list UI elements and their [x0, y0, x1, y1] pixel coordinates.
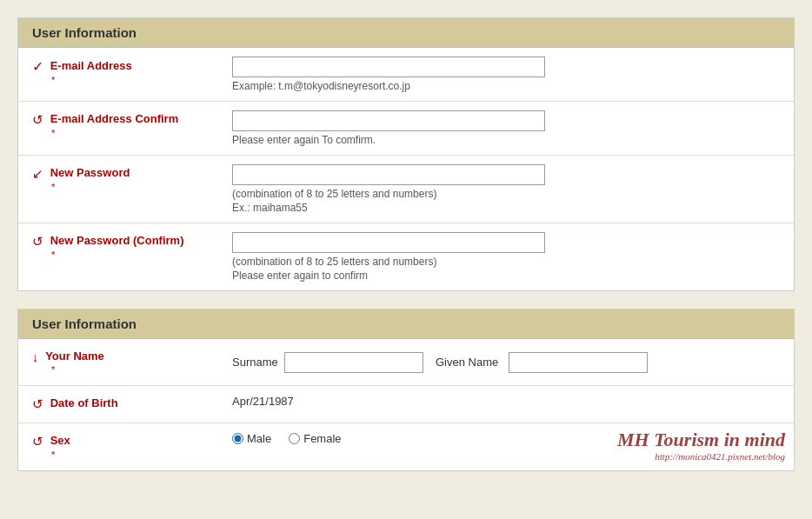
new-password-input-cell: (combination of 8 to 25 letters and numb…	[218, 156, 794, 223]
email-confirm-row: ↺ E-mail Address Confirm * Please enter …	[18, 102, 794, 156]
your-name-row: ↓ Your Name * Surname Given Name	[18, 339, 794, 386]
email-input[interactable]	[232, 57, 545, 77]
form-table-2: ↓ Your Name * Surname Given Name ↺ Date …	[18, 339, 794, 470]
user-info-section-2: User Information ↓ Your Name * Surname G…	[17, 309, 795, 471]
section-header-1: User Information	[18, 18, 794, 48]
new-password-confirm-input-cell: (combination of 8 to 25 letters and numb…	[218, 223, 794, 291]
user-info-section-1: User Information ✓ E-mail Address * Exam…	[17, 17, 795, 291]
sex-radio-group: Male Female	[232, 432, 780, 445]
new-password-label-cell: ↙ New Password *	[18, 156, 218, 223]
surname-label: Surname	[232, 356, 278, 369]
new-password-confirm-input[interactable]	[232, 232, 545, 253]
sex-male-radio[interactable]	[232, 433, 243, 444]
new-password-input[interactable]	[232, 164, 545, 185]
your-name-input-cell: Surname Given Name	[218, 339, 794, 386]
sex-icon: ↺	[32, 434, 43, 449]
given-name-label: Given Name	[436, 356, 498, 369]
email-row: ✓ E-mail Address * Example: t.m@tokyodis…	[18, 48, 794, 102]
new-password-row: ↙ New Password * (combination of 8 to 25…	[18, 156, 794, 223]
new-password-required: *	[51, 182, 204, 192]
dob-value-cell: Apr/21/1987	[218, 386, 794, 423]
dob-label: Date of Birth	[50, 397, 118, 410]
sex-female-option[interactable]: Female	[289, 432, 341, 445]
email-confirm-hint: Please enter again To comfirm.	[232, 134, 780, 146]
sex-label-cell: ↺ Sex *	[18, 423, 218, 471]
your-name-required: *	[51, 364, 204, 375]
sex-label: Sex	[50, 435, 70, 448]
email-input-cell: Example: t.m@tokyodisneyresort.co.jp	[218, 48, 794, 102]
form-table-1: ✓ E-mail Address * Example: t.m@tokyodis…	[18, 48, 794, 290]
new-password-confirm-icon: ↺	[32, 234, 43, 250]
email-confirm-required: *	[51, 128, 204, 138]
dob-row: ↺ Date of Birth Apr/21/1987	[18, 386, 794, 423]
email-required: *	[51, 75, 204, 85]
your-name-icon: ↓	[32, 349, 39, 364]
new-password-confirm-hint-1: (combination of 8 to 25 letters and numb…	[232, 256, 780, 268]
email-confirm-input[interactable]	[232, 110, 545, 131]
new-password-confirm-hint-2: Please enter again to confirm	[232, 269, 780, 282]
section-header-2: User Information	[18, 309, 794, 339]
your-name-label: Your Name	[45, 349, 104, 363]
sex-required: *	[51, 449, 204, 460]
email-hint: Example: t.m@tokyodisneyresort.co.jp	[232, 80, 780, 92]
sex-row: ↺ Sex * Male Female	[18, 423, 794, 471]
sex-male-label: Male	[247, 432, 271, 445]
your-name-label-cell: ↓ Your Name *	[18, 339, 218, 386]
new-password-hint-2: Ex.: maihama55	[232, 202, 780, 214]
sex-male-option[interactable]: Male	[232, 432, 271, 445]
email-label: E-mail Address	[50, 59, 132, 72]
email-confirm-input-cell: Please enter again To comfirm.	[218, 102, 794, 156]
email-confirm-label: E-mail Address Confirm	[50, 112, 179, 125]
given-name-input[interactable]	[509, 352, 648, 373]
new-password-confirm-label: New Password (Confirm)	[50, 234, 184, 247]
email-confirm-icon: ↺	[32, 112, 43, 128]
surname-input[interactable]	[284, 352, 423, 373]
new-password-hint-1: (combination of 8 to 25 letters and numb…	[232, 188, 780, 200]
sex-female-label: Female	[303, 432, 341, 445]
sex-female-radio[interactable]	[289, 433, 300, 444]
email-confirm-label-cell: ↺ E-mail Address Confirm *	[18, 102, 218, 156]
new-password-confirm-label-cell: ↺ New Password (Confirm) *	[18, 223, 218, 291]
new-password-confirm-row: ↺ New Password (Confirm) * (combination …	[18, 223, 794, 291]
email-icon: ✓	[32, 58, 43, 75]
new-password-confirm-required: *	[51, 250, 204, 260]
new-password-label: New Password	[50, 166, 130, 179]
sex-input-cell: Male Female	[218, 423, 794, 471]
dob-icon: ↺	[32, 396, 43, 412]
new-password-icon: ↙	[32, 166, 43, 182]
dob-value: Apr/21/1987	[232, 395, 294, 408]
dob-label-cell: ↺ Date of Birth	[18, 386, 218, 423]
email-label-cell: ✓ E-mail Address *	[18, 48, 218, 102]
